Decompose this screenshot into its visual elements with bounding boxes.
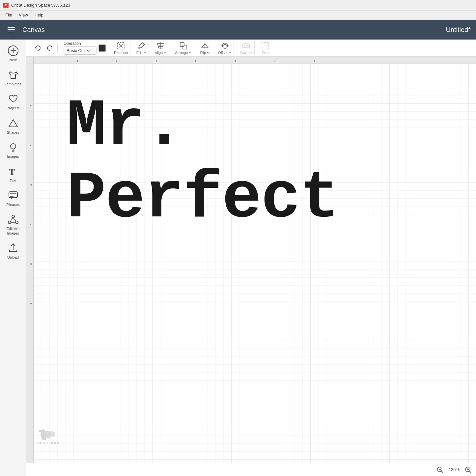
svg-marker-29 xyxy=(202,44,205,48)
zoom-value: 125% xyxy=(447,467,462,472)
align-button[interactable]: Align xyxy=(155,41,167,55)
sidebar-item-new[interactable]: New xyxy=(1,42,25,65)
ruler-v-tick: 3 xyxy=(30,145,33,146)
toolbar-edit: Edit xyxy=(134,41,149,55)
zoom-controls: 125% xyxy=(436,466,472,474)
sidebar-item-shapes[interactable]: Shapes xyxy=(1,115,25,137)
title-bar: C Cricut Design Space v7.36.123 xyxy=(0,0,476,11)
upload-icon xyxy=(7,242,19,254)
plus-circle-icon xyxy=(7,45,19,57)
svg-rect-9 xyxy=(9,192,17,198)
canvas-text-line1: Mr. xyxy=(67,90,339,163)
menu-help[interactable]: Help xyxy=(32,12,46,18)
header-title: Canvas xyxy=(22,26,440,34)
app-title: Cricut Design Space v7.36.123 xyxy=(11,3,70,8)
size-label: Size xyxy=(262,51,268,55)
sidebar-item-images[interactable]: Images xyxy=(1,139,25,161)
heart-icon xyxy=(7,93,19,105)
svg-point-13 xyxy=(12,215,14,218)
redo-button[interactable] xyxy=(45,43,55,53)
sidebar-label-upload: Upload xyxy=(7,255,19,260)
align-label: Align xyxy=(155,51,163,55)
ruler-h-tick: 6 xyxy=(235,59,236,62)
svg-rect-38 xyxy=(262,42,268,49)
operation-label: Operation xyxy=(64,41,97,46)
offset-button[interactable]: Offset xyxy=(218,41,232,55)
sidebar-label-phrases: Phrases xyxy=(6,203,19,207)
ruler-v-tick: 6 xyxy=(30,263,33,265)
watermark-text: THREE DOVE xyxy=(36,441,62,445)
ruler-h-tick: 5 xyxy=(195,59,197,62)
watermark-logo-svg xyxy=(36,424,63,443)
sidebar-label-images: Images xyxy=(7,154,19,159)
sidebar-item-projects[interactable]: Projects xyxy=(1,90,25,113)
ruler-v-container: 2 3 4 5 6 7 Mr. Perfect xyxy=(26,64,476,463)
sidebar-label-projects: Projects xyxy=(7,106,20,110)
sidebar-item-upload[interactable]: Upload xyxy=(1,239,25,262)
warp-button[interactable]: Warp xyxy=(240,41,252,55)
flip-label: Flip xyxy=(200,51,206,55)
arrange-label: Arrange xyxy=(175,51,188,55)
warp-label: Warp xyxy=(240,51,248,55)
ruler-v-tick: 7 xyxy=(30,303,33,304)
sidebar-item-text[interactable]: T Text xyxy=(1,163,25,185)
operation-value: Basic Cut xyxy=(67,48,85,53)
chat-icon xyxy=(7,189,19,201)
svg-point-31 xyxy=(222,43,228,48)
edit-button[interactable]: Edit xyxy=(136,41,147,55)
toolbar-operation: Operation Basic Cut xyxy=(62,41,108,55)
toolbar-align: Align xyxy=(153,41,169,55)
main-layout: New Templates Projects xyxy=(0,40,476,476)
size-button[interactable]: Size xyxy=(261,41,270,55)
undo-button[interactable] xyxy=(32,43,43,53)
flip-button[interactable]: Flip xyxy=(200,41,210,55)
canvas-area[interactable]: Mr. Perfect THREE DOVE xyxy=(34,64,476,463)
ruler-h-tick: 8 xyxy=(314,59,315,62)
arrange-button[interactable]: Arrange xyxy=(175,41,192,55)
left-sidebar: New Templates Projects xyxy=(0,40,26,476)
ruler-h-container: 2 3 4 5 6 7 8 xyxy=(26,57,476,64)
svg-point-4 xyxy=(11,144,16,149)
svg-text:T: T xyxy=(9,167,15,177)
operation-dropdown[interactable]: Basic Cut xyxy=(64,46,97,55)
deselect-label: Deselect xyxy=(114,51,128,55)
sidebar-label-templates: Templates xyxy=(5,82,21,86)
svg-marker-3 xyxy=(9,120,17,127)
toolbar-undoredo xyxy=(30,43,58,53)
svg-line-41 xyxy=(441,471,443,473)
svg-point-15 xyxy=(15,221,18,224)
ruler-h-tick: 3 xyxy=(116,59,118,62)
ruler-h-tick: 2 xyxy=(76,59,78,62)
canvas-text[interactable]: Mr. Perfect xyxy=(67,90,339,235)
svg-rect-26 xyxy=(180,42,184,46)
deselect-button[interactable]: Deselect xyxy=(114,41,128,55)
ruler-vertical: 2 3 4 5 6 7 xyxy=(26,64,34,463)
sidebar-item-templates[interactable]: Templates xyxy=(1,66,25,89)
svg-rect-27 xyxy=(183,45,187,49)
text-icon: T xyxy=(7,165,19,177)
node-icon xyxy=(7,213,19,225)
sidebar-item-editable-images[interactable]: Editable Images xyxy=(1,211,25,238)
canvas-wrapper: Operation Basic Cut Deselect xyxy=(26,40,476,476)
bottom-bar: 125% xyxy=(26,463,476,476)
sidebar-item-phrases[interactable]: Phrases xyxy=(1,187,25,210)
zoom-out-button[interactable] xyxy=(436,466,444,474)
shirt-icon xyxy=(7,69,19,81)
zoom-in-button[interactable] xyxy=(464,466,472,474)
toolbar: Operation Basic Cut Deselect xyxy=(26,40,476,57)
toolbar-offset: Offset xyxy=(216,41,234,55)
hamburger-button[interactable] xyxy=(5,24,17,36)
svg-line-45 xyxy=(469,471,471,473)
menu-file[interactable]: File xyxy=(3,12,15,18)
svg-marker-30 xyxy=(205,44,208,48)
sidebar-label-new: New xyxy=(9,58,16,62)
ruler-v-tick: 5 xyxy=(30,224,33,225)
offset-label: Offset xyxy=(218,51,228,55)
lightbulb-icon xyxy=(7,141,19,153)
menu-view[interactable]: View xyxy=(16,12,31,18)
document-title: Untitled* xyxy=(446,26,471,34)
app-header: Canvas Untitled* xyxy=(0,20,476,40)
color-swatch[interactable] xyxy=(98,44,106,52)
canvas-text-line2: Perfect xyxy=(67,163,339,235)
hamburger-line-3 xyxy=(8,32,15,32)
